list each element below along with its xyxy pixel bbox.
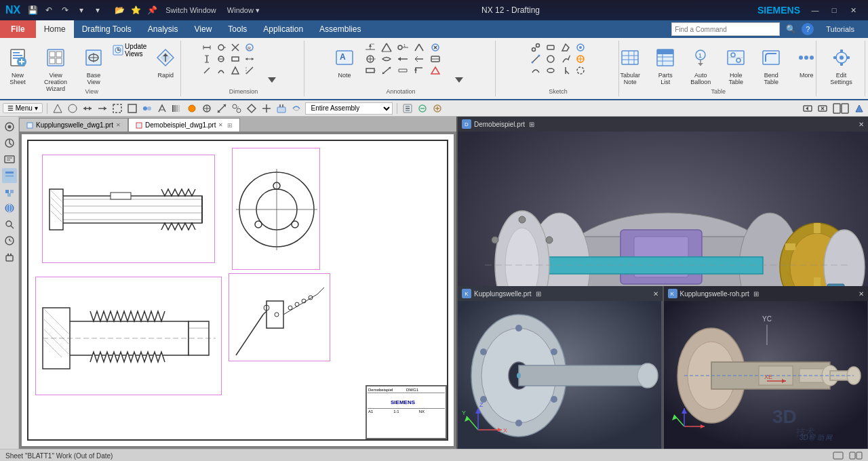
view-top-close[interactable]: ✕: [859, 121, 864, 128]
cmd-icon3[interactable]: [81, 102, 94, 115]
dim-btn9[interactable]: [229, 65, 242, 76]
cmd-icon19[interactable]: [416, 102, 429, 115]
view-assembly-exploded[interactable]: [229, 273, 330, 361]
menu-assemblies[interactable]: Assemblies: [311, 20, 369, 38]
sidebar-btn-history[interactable]: [2, 136, 17, 151]
redo-icon[interactable]: ↷: [58, 3, 72, 17]
annot-dropdown-btn[interactable]: [444, 73, 474, 87]
cmd-icon16[interactable]: [275, 102, 288, 115]
annot-btn2[interactable]: [363, 54, 378, 64]
annot-btn8[interactable]: [395, 54, 410, 64]
undo-icon[interactable]: ↶: [42, 3, 56, 17]
save-icon[interactable]: 💾: [26, 3, 39, 17]
assembly-dropdown[interactable]: Entire Assembly Selected Components: [305, 102, 393, 115]
auto-balloon-button[interactable]: 1 AutoBalloon: [684, 42, 717, 88]
view-br-expand[interactable]: ⊞: [753, 290, 759, 298]
tabular-note-button[interactable]: TabularNote: [613, 42, 647, 88]
tutorials-btn[interactable]: Tutorials: [818, 25, 863, 33]
tab-kupplungswelle[interactable]: Kupplungswelle_dwg1.prt ✕: [19, 118, 128, 132]
dim-btn8[interactable]: [229, 54, 242, 64]
cmd-icon6[interactable]: [126, 102, 138, 115]
open-file-icon[interactable]: 📂: [113, 3, 126, 17]
menu-toggle-button[interactable]: ☰ Menu ▾: [3, 103, 43, 113]
menu-view[interactable]: View: [186, 20, 220, 38]
annot-btn12[interactable]: [412, 65, 427, 76]
sketch-btn6[interactable]: [544, 65, 557, 76]
sketch-btn3[interactable]: [529, 65, 542, 76]
window-menu-btn[interactable]: Window ▾: [223, 3, 264, 17]
annot-btn11[interactable]: [412, 54, 427, 64]
cmd-icon5[interactable]: [111, 102, 123, 115]
annot-btn14[interactable]: [428, 54, 443, 64]
sketch-btn1[interactable]: [529, 42, 542, 53]
cmd-icon18[interactable]: [401, 102, 414, 115]
annot-btn6[interactable]: [379, 65, 394, 76]
dim-btn3[interactable]: [200, 65, 214, 76]
cmd-icon9[interactable]: [171, 102, 183, 115]
sketch-btn4[interactable]: [544, 42, 557, 53]
right-icon4[interactable]: [853, 102, 865, 115]
cmd-icon7[interactable]: [141, 102, 153, 115]
annot-btn10[interactable]: [412, 42, 427, 53]
sidebar-btn-search[interactable]: [2, 217, 17, 232]
view-creation-wizard-button[interactable]: View CreationWizard: [35, 42, 77, 95]
sidebar-btn-clock[interactable]: [2, 233, 17, 248]
sidebar-btn-view[interactable]: [2, 152, 17, 167]
cmd-icon4[interactable]: [96, 102, 108, 115]
cmd-icon1[interactable]: [52, 102, 64, 115]
dim-btn1[interactable]: [200, 42, 214, 53]
view-br-close[interactable]: ✕: [859, 290, 864, 298]
annot-btn13[interactable]: [428, 42, 443, 53]
sketch-btn11[interactable]: [574, 54, 587, 64]
quick-access-icon[interactable]: ⭐: [129, 3, 142, 17]
hole-table-button[interactable]: HoleTable: [719, 42, 753, 88]
parts-list-button[interactable]: PartsList: [648, 42, 682, 88]
dim-btn6[interactable]: [214, 65, 228, 76]
sketch-btn7[interactable]: [559, 42, 572, 53]
menu-drafting-tools[interactable]: Drafting Tools: [74, 20, 140, 38]
sidebar-btn-globe[interactable]: [2, 201, 17, 216]
maximize-button[interactable]: □: [825, 3, 844, 17]
annot-btn1[interactable]: [363, 42, 378, 53]
switch-window-btn[interactable]: Switch Window: [161, 3, 220, 17]
dim-btn5[interactable]: [214, 54, 228, 64]
tab-expand-1[interactable]: ⊞: [227, 122, 233, 129]
pin-icon[interactable]: 📌: [145, 3, 159, 17]
new-sheet-button[interactable]: NewSheet: [2, 42, 33, 88]
tab-close-0[interactable]: ✕: [116, 122, 121, 128]
help-icon[interactable]: ?: [802, 23, 814, 35]
view-top-expand[interactable]: ⊞: [529, 121, 534, 128]
dim-btn12[interactable]: [243, 65, 256, 76]
menu-home[interactable]: Home: [36, 20, 74, 38]
annot-btn3[interactable]: [363, 65, 378, 76]
cmd-icon20[interactable]: [431, 102, 443, 115]
menu-tools[interactable]: Tools: [220, 20, 255, 38]
status-icon2[interactable]: [849, 451, 863, 462]
tab-close-1[interactable]: ✕: [218, 122, 223, 128]
dim-btn2[interactable]: [200, 54, 214, 64]
sketch-btn2[interactable]: [529, 54, 542, 64]
search-icon[interactable]: 🔍: [784, 22, 797, 36]
annot-btn9[interactable]: [395, 65, 410, 76]
cmd-icon17[interactable]: [290, 102, 302, 115]
cmd-icon13[interactable]: [231, 102, 243, 115]
sketch-btn10[interactable]: [574, 42, 587, 53]
sketch-btn8[interactable]: [559, 54, 572, 64]
sketch-btn9[interactable]: [559, 65, 572, 76]
sidebar-btn-layers[interactable]: [2, 168, 17, 183]
sidebar-btn-assembly[interactable]: [2, 184, 17, 199]
cmd-icon14[interactable]: [245, 102, 258, 115]
right-icon3[interactable]: [831, 102, 850, 115]
base-view-button[interactable]: BaseView: [78, 42, 109, 88]
view-bl-expand[interactable]: ⊞: [536, 290, 541, 298]
dim-btn4[interactable]: [214, 42, 228, 53]
dim-dropdown-btn[interactable]: [257, 73, 287, 87]
cmd-icon10[interactable]: [186, 102, 198, 115]
menu-application[interactable]: Application: [255, 20, 311, 38]
sidebar-btn-settings[interactable]: [2, 119, 17, 134]
annot-btn15[interactable]: [428, 65, 443, 76]
annot-btn4[interactable]: [379, 42, 394, 53]
menu-analysis[interactable]: Analysis: [140, 20, 186, 38]
note-button[interactable]: A Note: [328, 42, 361, 81]
status-icon1[interactable]: [833, 451, 844, 462]
